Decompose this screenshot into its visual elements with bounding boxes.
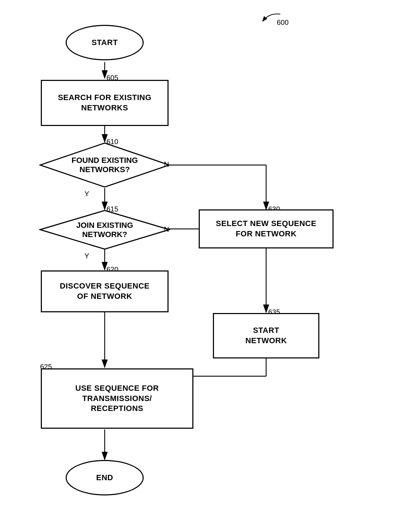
node-605: SEARCH FOR EXISTINGNETWORKS bbox=[41, 80, 169, 126]
node-610: FOUND EXISTINGNETWORKS? bbox=[39, 142, 170, 188]
diagram-container: 600 START 605 SEARCH FOR EXISTINGNETWORK… bbox=[0, 0, 418, 532]
yn-615-n: N bbox=[164, 225, 169, 234]
node-630: SELECT NEW SEQUENCEFOR NETWORK bbox=[199, 209, 334, 248]
node-625: USE SEQUENCE FORTRANSMISSIONS/RECEPTIONS bbox=[41, 368, 193, 429]
node-615: JOIN EXISTINGNETWORK? bbox=[39, 209, 170, 250]
node-620: DISCOVER SEQUENCEOF NETWORK bbox=[41, 270, 169, 312]
start-node: START bbox=[66, 25, 144, 60]
yn-615-y: Y bbox=[84, 252, 89, 260]
node-635: STARTNETWORK bbox=[213, 313, 319, 358]
end-node: END bbox=[66, 460, 144, 495]
ref-arrow-600 bbox=[248, 11, 291, 32]
yn-610-y: Y bbox=[84, 190, 89, 198]
yn-610-n: N bbox=[164, 160, 169, 169]
